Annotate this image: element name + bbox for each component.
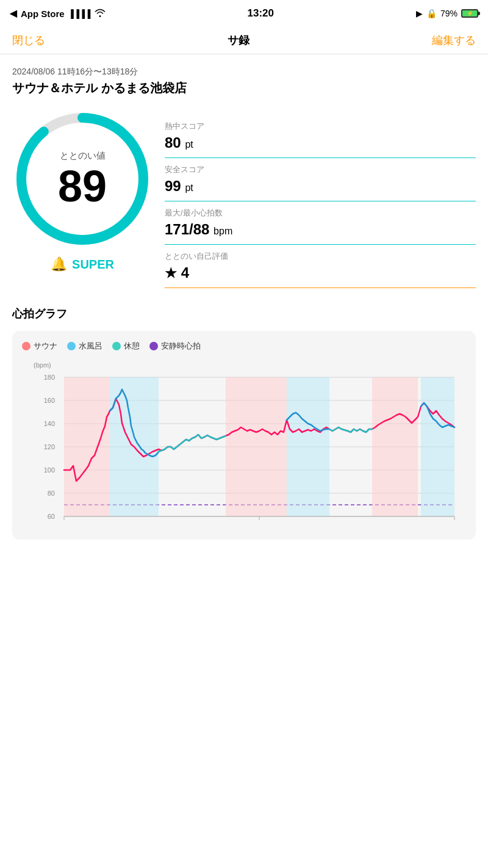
svg-text:160: 160 xyxy=(44,397,55,404)
score-label-3: ととのい自己評価 xyxy=(165,251,476,262)
status-time: 13:20 xyxy=(248,7,274,20)
score-item-1: 安全スコア 99 pt xyxy=(165,158,476,201)
svg-rect-23 xyxy=(421,377,454,516)
svg-text:100: 100 xyxy=(44,466,55,474)
legend-sauna: サウナ xyxy=(22,341,57,352)
score-label-0: 熱中スコア xyxy=(165,121,476,132)
score-num-2: 171/88 xyxy=(165,221,209,237)
super-badge: 🔔 SUPER xyxy=(51,256,114,272)
rest-line-2 xyxy=(329,427,372,432)
svg-rect-22 xyxy=(372,377,418,516)
legend-dot-rest xyxy=(112,342,121,350)
circle-label: ととのい値 xyxy=(58,150,107,162)
score-item-2: 最大/最小心拍数 171/88 bpm xyxy=(165,201,476,245)
carrier-label: App Store xyxy=(21,9,65,19)
legend-label-resting-hr: 安静時心拍 xyxy=(161,341,201,352)
nav-bar: 閉じる サ録 編集する xyxy=(0,27,488,54)
status-right: ▶ 🔒 79% ⚡ xyxy=(416,9,478,18)
graph-svg: (bpm) 180 160 140 120 100 80 xyxy=(22,359,466,530)
legend-dot-sauna xyxy=(22,342,30,350)
signal-icon: ▐▐▐▐ xyxy=(68,9,91,18)
score-unit-2: bpm xyxy=(214,226,232,236)
score-num-0: 80 xyxy=(165,134,181,151)
score-label-1: 安全スコア xyxy=(165,164,476,175)
nav-title: サ録 xyxy=(228,33,249,48)
circle-wrap: ととのい値 89 xyxy=(12,109,152,249)
score-num-1: 99 xyxy=(165,178,181,194)
graph-legend: サウナ 水風呂 休憩 安静時心拍 xyxy=(22,341,466,352)
record-datetime: 2024/08/06 11時16分〜13時18分 xyxy=(12,67,476,78)
lock-icon: 🔒 xyxy=(426,9,437,18)
main-content: 2024/08/06 11時16分〜13時18分 サウナ＆ホテル かるまる池袋店… xyxy=(0,54,488,552)
score-value-1: 99 pt xyxy=(165,178,476,195)
graph-area: (bpm) 180 160 140 120 100 80 xyxy=(22,359,466,530)
back-arrow: ◀ xyxy=(10,8,17,19)
edit-button[interactable]: 編集する xyxy=(432,33,476,48)
score-value-3: ★ 4 xyxy=(165,264,476,281)
svg-text:120: 120 xyxy=(44,443,55,450)
circle-inner: ととのい値 89 xyxy=(58,150,107,208)
score-section: ととのい値 89 🔔 SUPER 熱中スコア 80 pt 安全スコア xyxy=(12,109,476,288)
legend-label-sauna: サウナ xyxy=(34,341,57,352)
svg-rect-20 xyxy=(226,377,287,516)
super-label: SUPER xyxy=(72,258,114,272)
svg-text:140: 140 xyxy=(44,420,55,427)
score-num-3: 4 xyxy=(181,264,189,281)
status-bar: ◀ App Store ▐▐▐▐ 13:20 ▶ 🔒 79% ⚡ xyxy=(0,0,488,27)
svg-rect-18 xyxy=(64,377,110,516)
location-icon: ▶ xyxy=(416,9,423,18)
score-item-3: ととのい自己評価 ★ 4 xyxy=(165,245,476,288)
rest-line-1 xyxy=(159,435,226,452)
svg-text:60: 60 xyxy=(48,513,55,520)
legend-label-rest: 休憩 xyxy=(124,341,140,352)
legend-dot-resting-hr xyxy=(149,342,158,350)
right-scores: 熱中スコア 80 pt 安全スコア 99 pt 最大/最小心拍数 171/88 xyxy=(165,109,476,288)
record-place: サウナ＆ホテル かるまる池袋店 xyxy=(12,80,476,96)
legend-dot-water xyxy=(67,342,76,350)
svg-text:(bpm): (bpm) xyxy=(34,361,51,369)
circle-score-container: ととのい値 89 🔔 SUPER xyxy=(12,109,152,272)
legend-water: 水風呂 xyxy=(67,341,102,352)
svg-text:180: 180 xyxy=(44,374,55,381)
wifi-icon xyxy=(95,9,106,19)
score-label-2: 最大/最小心拍数 xyxy=(165,208,476,219)
graph-container: サウナ 水風呂 休憩 安静時心拍 (bpm) xyxy=(12,331,476,540)
bell-icon: 🔔 xyxy=(51,256,67,272)
battery-icon: ⚡ xyxy=(461,9,478,18)
svg-rect-21 xyxy=(287,377,329,516)
graph-section: 心拍グラフ サウナ 水風呂 休憩 安静時心拍 xyxy=(12,306,476,552)
score-value-0: 80 pt xyxy=(165,134,476,151)
status-left: ◀ App Store ▐▐▐▐ xyxy=(10,8,106,19)
battery-percent: 79% xyxy=(440,9,458,18)
graph-title: 心拍グラフ xyxy=(12,306,476,321)
score-unit-1: pt xyxy=(185,183,193,193)
star-icon: ★ xyxy=(165,266,177,281)
close-button[interactable]: 閉じる xyxy=(12,33,45,48)
legend-resting-hr: 安静時心拍 xyxy=(149,341,201,352)
legend-rest: 休憩 xyxy=(112,341,140,352)
score-value-2: 171/88 bpm xyxy=(165,221,476,238)
svg-text:80: 80 xyxy=(48,490,55,497)
score-item-0: 熱中スコア 80 pt xyxy=(165,115,476,158)
circle-value: 89 xyxy=(58,164,107,208)
legend-label-water: 水風呂 xyxy=(79,341,102,352)
score-unit-0: pt xyxy=(185,139,193,150)
